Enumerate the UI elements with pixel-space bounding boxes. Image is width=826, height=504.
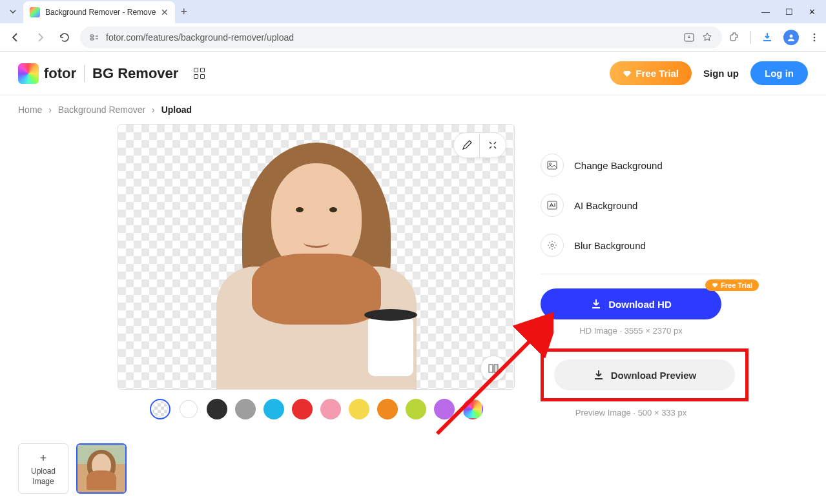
tab-title: Background Remover - Remove [45,8,156,17]
svg-rect-0 [90,35,94,37]
maximize-icon[interactable]: ☐ [785,7,793,17]
brush-tool-button[interactable] [454,133,480,157]
brand-divider [84,65,85,82]
breadcrumb-current: Upload [161,105,192,115]
action-panel: Change Background AI Background Blur Bac… [541,124,760,430]
signup-link[interactable]: Sign up [703,68,739,79]
toolbar-divider [750,31,751,44]
color-swatch[interactable] [462,399,483,419]
minimize-icon[interactable]: — [761,7,770,17]
hd-dimensions: HD Image · 3555 × 2370 px [541,326,721,336]
download-icon [590,298,602,310]
svg-point-14 [552,248,553,250]
free-trial-label: Free Trial [635,68,679,79]
svg-rect-1 [90,38,94,40]
svg-point-17 [549,242,550,243]
download-preview-button[interactable]: Download Preview [554,359,735,390]
window-controls: — ☐ ✕ [761,7,821,17]
download-icon [593,369,604,381]
svg-point-5 [814,36,816,38]
upload-label-2: Image [32,477,54,486]
change-background-button[interactable]: Change Background [541,154,760,177]
svg-point-15 [548,245,549,246]
download-hd-label: Download HD [608,299,672,310]
extensions-icon[interactable] [728,32,740,43]
forward-button [31,28,49,46]
address-bar: fotor.com/features/background-remover/up… [0,23,826,52]
breadcrumb-bg-remover[interactable]: Background Remover [58,105,145,115]
color-swatch[interactable] [178,399,199,419]
blur-icon [541,234,564,257]
svg-point-6 [814,39,816,41]
color-swatches [118,399,515,419]
upload-label-1: Upload [31,467,56,476]
sub-brand: BG Remover [92,65,178,82]
diamond-icon [623,69,632,78]
apps-grid-icon[interactable] [194,68,205,79]
install-app-icon[interactable] [683,32,695,43]
ai-background-button[interactable]: AI Background [541,194,760,217]
brand-name[interactable]: fotor [44,65,76,82]
color-swatch[interactable] [263,399,284,419]
svg-rect-9 [548,161,557,169]
magic-tool-button[interactable] [480,133,506,157]
back-button[interactable] [6,28,25,46]
color-swatch[interactable] [207,399,227,419]
annotation-highlight: Download Preview [541,348,749,401]
color-swatch[interactable] [292,399,313,419]
image-thumbnail[interactable] [76,443,127,494]
svg-point-12 [551,244,553,247]
new-tab-button[interactable]: + [180,5,187,19]
free-trial-button[interactable]: Free Trial [610,61,692,85]
download-hd-button[interactable]: Download HD [541,288,721,319]
compare-button[interactable] [480,356,506,381]
color-swatch[interactable] [406,399,426,419]
svg-rect-7 [489,365,493,372]
menu-icon[interactable] [809,32,820,43]
svg-rect-8 [494,365,498,372]
color-swatch[interactable] [377,399,398,419]
upload-image-button[interactable]: + Upload Image [18,443,68,494]
blur-background-button[interactable]: Blur Background [541,234,760,257]
url-text: fotor.com/features/background-remover/up… [106,32,677,43]
thumbnail-preview [77,445,125,492]
color-swatch[interactable] [434,399,455,419]
color-swatch[interactable] [235,399,256,419]
url-input[interactable]: fotor.com/features/background-remover/up… [80,26,722,48]
image-canvas [118,124,515,390]
profile-avatar[interactable] [783,30,799,45]
fotor-logo-icon[interactable] [18,63,39,84]
site-settings-icon[interactable] [89,32,99,43]
svg-point-18 [554,242,555,243]
chevron-right-icon: › [48,105,52,115]
panel-divider [541,274,760,274]
browser-tab[interactable]: Background Remover - Remove ✕ [23,1,175,23]
svg-point-10 [550,163,552,165]
breadcrumb-home[interactable]: Home [18,105,42,115]
tab-search-dropdown[interactable] [5,4,21,19]
blur-bg-label: Blur Background [574,240,646,251]
bookmark-star-icon[interactable] [701,32,713,43]
close-window-icon[interactable]: ✕ [809,7,816,17]
svg-point-3 [790,34,793,37]
favicon-icon [30,7,40,17]
downloads-icon[interactable] [761,32,773,43]
svg-point-16 [555,245,557,246]
breadcrumb: Home › Background Remover › Upload [0,96,826,124]
svg-point-20 [554,247,555,248]
svg-point-13 [552,241,553,242]
thumbnail-strip: + Upload Image [18,443,127,494]
login-button[interactable]: Log in [750,61,808,85]
image-icon [541,154,564,177]
color-swatch[interactable] [320,399,341,419]
preview-dimensions: Preview Image · 500 × 333 px [541,408,721,418]
change-bg-label: Change Background [574,160,663,171]
color-swatch[interactable] [150,399,170,419]
download-preview-label: Download Preview [611,370,697,381]
plus-icon: + [40,452,47,465]
app-header: fotor BG Remover Free Trial Sign up Log … [0,52,826,96]
ai-icon [541,194,564,217]
close-tab-icon[interactable]: ✕ [161,7,169,17]
color-swatch[interactable] [349,399,369,419]
reload-button[interactable] [56,28,74,46]
